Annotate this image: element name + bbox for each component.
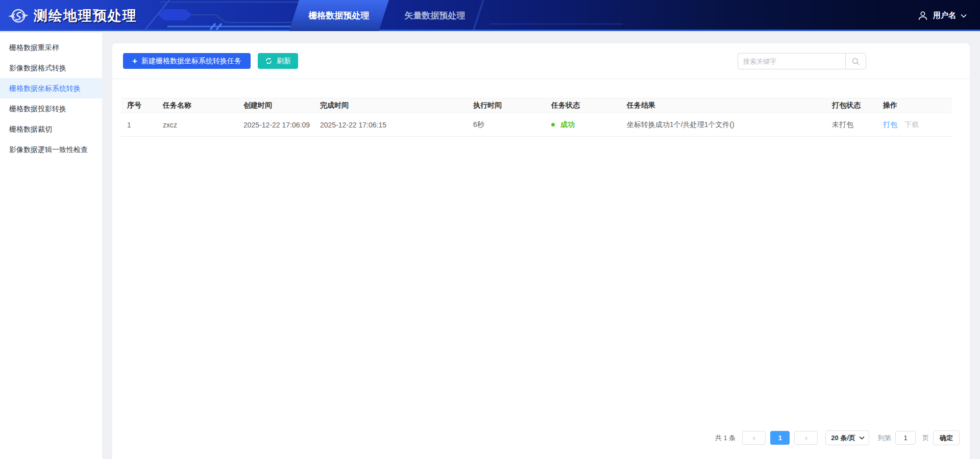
cell-duration: 6秒 xyxy=(467,113,545,137)
pack-action-link[interactable]: 打包 xyxy=(883,120,897,129)
search-input[interactable] xyxy=(738,54,845,69)
circuit-decoration xyxy=(138,0,314,31)
page-size-label: 20 条/页 xyxy=(831,434,855,443)
column-pack-status: 打包状态 xyxy=(826,98,877,113)
toolbar: + 新建栅格数据坐标系统转换任务 刷新 xyxy=(112,43,970,79)
sidebar-item-raster-clip[interactable]: 栅格数据裁切 xyxy=(0,119,102,139)
cell-result: 坐标转换成功1个/共处理1个文件() xyxy=(621,113,826,137)
goto-page-input[interactable] xyxy=(895,431,916,445)
column-task-name: 任务名称 xyxy=(157,98,237,113)
pagination-next-button[interactable]: › xyxy=(794,431,818,445)
sidebar-item-raster-resample[interactable]: 栅格数据重采样 xyxy=(0,37,102,58)
table-row: 1 zxcz 2025-12-22 17:06:09 2025-12-22 17… xyxy=(121,113,952,137)
header-decoration-line xyxy=(490,23,623,24)
column-index: 序号 xyxy=(121,98,157,113)
task-table-wrap: 序号 任务名称 创建时间 完成时间 执行时间 任务状态 任务结果 打包状态 操作… xyxy=(121,98,952,137)
search-button[interactable] xyxy=(845,54,866,69)
refresh-button-label: 刷新 xyxy=(277,57,291,66)
download-action-link: 下载 xyxy=(904,120,919,129)
sidebar-item-raster-projection-convert[interactable]: 栅格数据投影转换 xyxy=(0,98,102,119)
sidebar: 栅格数据重采样 影像数据格式转换 栅格数据坐标系统转换 栅格数据投影转换 栅格数… xyxy=(0,33,102,459)
column-created-time: 创建时间 xyxy=(237,98,314,113)
goto-suffix-label: 页 xyxy=(922,434,929,443)
goto-prefix-label: 到第 xyxy=(878,434,891,443)
content-card: + 新建栅格数据坐标系统转换任务 刷新 xyxy=(112,43,970,459)
column-duration: 执行时间 xyxy=(467,98,545,113)
caret-down-icon xyxy=(859,436,865,440)
goto-confirm-button[interactable]: 确定 xyxy=(933,430,960,445)
app-title: 测绘地理预处理 xyxy=(34,7,137,25)
refresh-icon xyxy=(265,57,273,65)
column-finished-time: 完成时间 xyxy=(314,98,467,113)
sidebar-item-raster-coordinate-convert[interactable]: 栅格数据坐标系统转换 xyxy=(0,78,102,98)
status-success-dot-icon xyxy=(551,123,555,126)
user-icon xyxy=(917,10,928,21)
new-task-button-label: 新建栅格数据坐标系统转换任务 xyxy=(141,57,241,66)
search-icon xyxy=(851,57,860,66)
user-menu[interactable]: 用户名 xyxy=(917,0,967,31)
app-logo-icon xyxy=(8,6,29,26)
plus-icon: + xyxy=(132,57,137,65)
cell-finished-time: 2025-12-22 17:06:15 xyxy=(314,113,467,137)
cell-actions: 打包 下载 xyxy=(877,113,952,137)
search-box xyxy=(738,53,866,69)
column-actions: 操作 xyxy=(877,98,952,113)
pagination: 共 1 条 ‹ 1 › 20 条/页 到第 页 确定 xyxy=(715,430,960,445)
sidebar-item-logic-consistency-check[interactable]: 影像数据逻辑一致性检查 xyxy=(0,139,102,160)
sidebar-item-image-format-convert[interactable]: 影像数据格式转换 xyxy=(0,58,102,78)
cell-pack-status: 未打包 xyxy=(826,113,877,137)
page-size-select[interactable]: 20 条/页 xyxy=(825,430,869,445)
cell-task-name: zxcz xyxy=(157,113,237,137)
chevron-down-icon xyxy=(961,14,967,18)
new-task-button[interactable]: + 新建栅格数据坐标系统转换任务 xyxy=(123,53,251,69)
status-success-label: 成功 xyxy=(560,120,575,129)
pagination-total: 共 1 条 xyxy=(715,434,736,443)
refresh-button[interactable]: 刷新 xyxy=(258,53,298,69)
tab-raster-preprocess[interactable]: 栅格数据预处理 xyxy=(294,0,384,31)
task-table: 序号 任务名称 创建时间 完成时间 执行时间 任务状态 任务结果 打包状态 操作… xyxy=(121,98,952,137)
column-result: 任务结果 xyxy=(621,98,826,113)
table-header-row: 序号 任务名称 创建时间 完成时间 执行时间 任务状态 任务结果 打包状态 操作 xyxy=(121,98,952,113)
pagination-page-1-button[interactable]: 1 xyxy=(770,431,790,445)
cell-index: 1 xyxy=(121,113,157,137)
column-status: 任务状态 xyxy=(545,98,621,113)
cell-created-time: 2025-12-22 17:06:09 xyxy=(237,113,314,137)
pagination-prev-button[interactable]: ‹ xyxy=(742,431,766,445)
app-header: 测绘地理预处理 栅格数据预处理 矢量数据预处理 用户名 xyxy=(0,0,980,31)
cell-status: 成功 xyxy=(545,113,621,137)
tab-vector-preprocess[interactable]: 矢量数据预处理 xyxy=(394,0,476,31)
user-name: 用户名 xyxy=(933,11,956,20)
logo-area: 测绘地理预处理 xyxy=(8,0,137,31)
